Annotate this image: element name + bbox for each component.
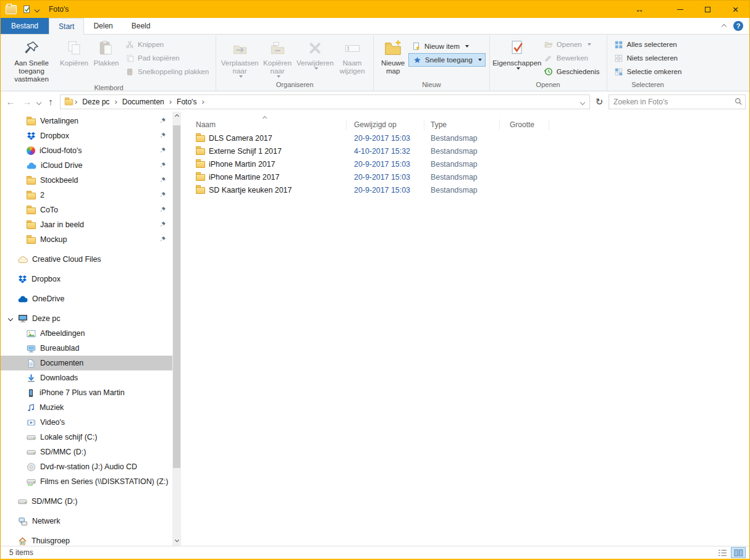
invert-selection-icon (614, 67, 624, 77)
column-header-gewijzigd-op[interactable]: Gewijzigd op (347, 119, 424, 130)
rename-icon (342, 38, 362, 58)
sidebar-item-coto[interactable]: CoTo (1, 203, 172, 217)
sidebar-item-stockbeeld[interactable]: Stockbeeld (1, 173, 172, 188)
help-icon[interactable]: ? (733, 21, 743, 31)
explorer-app-icon[interactable] (6, 5, 17, 14)
cut-button[interactable]: Knippen (122, 38, 212, 51)
sidebar-item-mockup[interactable]: Mockup (1, 232, 172, 247)
sidebar-item-muziek[interactable]: Muziek (1, 400, 172, 415)
tab-start[interactable]: Start (49, 18, 84, 35)
copy-to-button[interactable]: Kopiëren naar (259, 36, 295, 78)
sidebar-scrollbar[interactable] (172, 112, 181, 546)
rename-button[interactable]: Naam wijzigen (335, 36, 369, 75)
sidebar-item-dropbox[interactable]: Dropbox (1, 272, 172, 286)
select-none-button[interactable]: Niets selecteren (611, 51, 685, 65)
sidebar-item-icloud-fotos[interactable]: iCloud-foto's (1, 143, 172, 158)
edit-button[interactable]: Bewerken (541, 51, 603, 65)
sidebar-item-netwerk[interactable]: Netwerk (1, 514, 172, 529)
search-icon[interactable] (731, 98, 745, 106)
sidebar-item-videos[interactable]: Video's (1, 415, 172, 430)
tab-bestand[interactable]: Bestand (1, 18, 49, 34)
quick-access-dropdown-button[interactable]: Snelle toegang (408, 53, 486, 67)
delete-button[interactable]: Verwijderen (295, 36, 335, 70)
button-label: Geschiedenis (557, 68, 600, 75)
sidebar-item-icloud-drive[interactable]: iCloud Drive (1, 158, 172, 173)
thumbnails-view-button[interactable] (731, 547, 746, 558)
new-item-button[interactable]: Nieuw item (408, 40, 486, 53)
copy-button[interactable]: Kopiëren (57, 36, 91, 67)
back-button[interactable]: ← (3, 94, 18, 109)
scrollbar-thumb[interactable] (173, 125, 180, 468)
address-dropdown-icon[interactable] (581, 98, 584, 106)
file-row[interactable]: DLS Camera 2017 20-9-2017 15:03 Bestands… (181, 132, 749, 144)
file-type: Bestandsmap (424, 147, 500, 156)
properties-check-icon (507, 38, 527, 58)
sidebar-item-creative-cloud[interactable]: Creative Cloud Files (1, 252, 172, 267)
qat-properties-icon[interactable] (21, 3, 33, 15)
new-folder-button[interactable]: Nieuwe map (377, 36, 408, 75)
tab-delen[interactable]: Delen (84, 18, 122, 34)
expander-icon[interactable] (8, 316, 13, 321)
breadcrumb-documenten[interactable]: Documenten (119, 95, 168, 109)
file-row[interactable]: iPhone Martin 2017 20-9-2017 15:03 Besta… (181, 157, 749, 170)
address-box[interactable]: › Deze pc › Documenten › Foto's › (60, 94, 590, 109)
sidebar-item-bureaublad[interactable]: Bureaublad (1, 341, 172, 356)
sidebar-item-afbeeldingen[interactable]: Afbeeldingen (1, 326, 172, 341)
forward-button[interactable]: → (20, 94, 35, 109)
copy-path-button[interactable]: Pad kopiëren (122, 51, 212, 65)
search-input[interactable] (609, 98, 731, 106)
details-view-button[interactable] (715, 547, 730, 558)
column-header-type[interactable]: Type (424, 119, 500, 130)
file-row[interactable]: Externe Schijf 1 2017 4-10-2017 15:32 Be… (181, 144, 749, 157)
minimize-button[interactable] (666, 1, 694, 18)
recent-locations-icon[interactable] (37, 98, 41, 106)
sidebar-item-2[interactable]: 2 (1, 188, 172, 203)
copy-to-icon (268, 38, 287, 58)
scroll-up-icon[interactable] (172, 112, 181, 121)
sidebar-item-jaar-in-beeld[interactable]: Jaar in beeld (1, 217, 172, 232)
maximize-button[interactable] (694, 1, 722, 18)
select-all-button[interactable]: Alles selecteren (611, 38, 685, 51)
sidebar-item-sdmmc-root[interactable]: SD/MMC (D:) (1, 494, 172, 509)
sidebar-item-label: iCloud-foto's (40, 146, 82, 155)
sidebar-item-films-en-series[interactable]: Films en Series (\\DISKSTATION) (Z:) (1, 474, 172, 489)
sidebar-item-downloads[interactable]: Downloads (1, 370, 172, 385)
open-folder-icon (544, 40, 554, 49)
pin-to-quick-access-button[interactable]: Aan Snelle toegang vastmaken (6, 36, 57, 83)
sidebar-item-lokale-schijf[interactable]: Lokale schijf (C:) (1, 430, 172, 445)
file-row[interactable]: SD Kaartje keuken 2017 20-9-2017 15:03 B… (181, 183, 749, 196)
up-button[interactable]: ↑ (43, 94, 58, 109)
breadcrumb-fotos[interactable]: Foto's (173, 95, 200, 109)
scroll-down-icon[interactable] (172, 535, 181, 545)
tab-beeld[interactable]: Beeld (122, 18, 160, 34)
file-name: iPhone Martin 2017 (209, 160, 275, 169)
collapse-ribbon-icon[interactable] (722, 22, 726, 30)
sidebar-item-dvd[interactable]: Dvd-rw-station (J:) Audio CD (1, 459, 172, 474)
open-button[interactable]: Openen (541, 38, 603, 51)
paste-shortcut-button[interactable]: Snelkoppeling plakken (122, 65, 212, 78)
button-label: Kopiëren (60, 59, 88, 67)
properties-button[interactable]: Eigenschappen (494, 36, 541, 70)
sidebar-item-onedrive[interactable]: OneDrive (1, 291, 172, 306)
column-header-grootte[interactable]: Grootte (500, 119, 549, 130)
qat-customize-icon[interactable] (35, 5, 39, 14)
sidebar-item-label: Thuisgroep (32, 537, 70, 545)
sidebar-item-documenten[interactable]: Documenten (1, 356, 172, 370)
sidebar-item-iphone[interactable]: iPhone 7 Plus van Martin (1, 385, 172, 400)
invert-selection-button[interactable]: Selectie omkeren (611, 65, 685, 78)
refresh-icon[interactable]: ↻ (592, 94, 607, 109)
file-row[interactable]: iPhone Martine 2017 20-9-2017 15:03 Best… (181, 170, 749, 183)
sidebar-item-deze-pc[interactable]: Deze pc (1, 311, 172, 326)
button-label: Nieuwe map (379, 59, 407, 75)
sidebar-item-sdmmc-d[interactable]: SD/MMC (D:) (1, 445, 172, 459)
move-to-button[interactable]: Verplaatsen naar (220, 36, 259, 78)
sidebar-item-dropbox-quick[interactable]: Dropbox (1, 128, 172, 143)
ribbon-display-arrows-icon[interactable]: ↔ (635, 4, 644, 14)
sidebar-item-thuisgroep[interactable]: Thuisgroep (1, 533, 172, 546)
sidebar-item-vertalingen[interactable]: Vertalingen (1, 114, 172, 128)
close-button[interactable]: × (722, 1, 749, 18)
paste-button[interactable]: Plakken (91, 36, 122, 67)
history-button[interactable]: Geschiedenis (541, 65, 603, 78)
breadcrumb-deze-pc[interactable]: Deze pc (78, 95, 113, 109)
sort-ascending-icon[interactable] (263, 113, 266, 122)
